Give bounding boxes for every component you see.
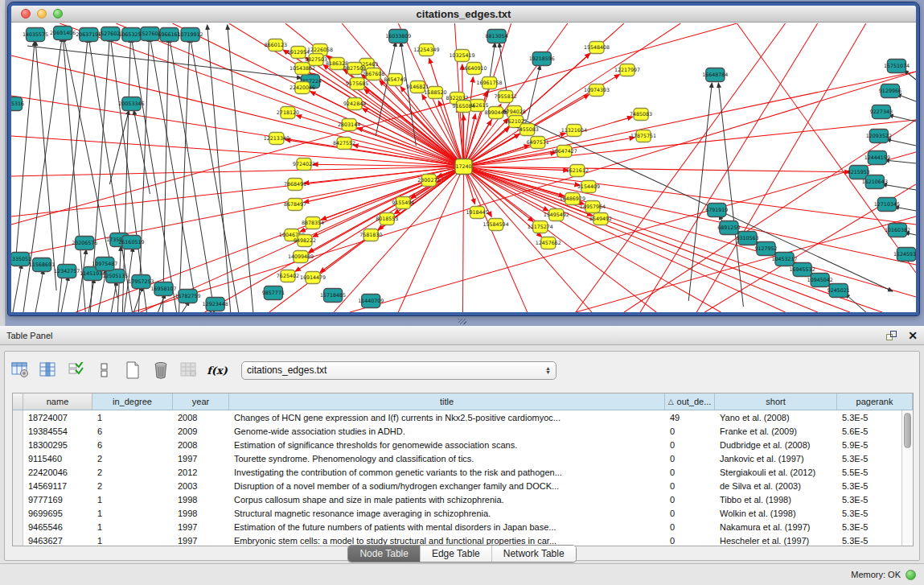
close-panel-icon[interactable]: ✕ xyxy=(908,330,918,341)
table-row[interactable]: 1456911722003Disruption of a novel membe… xyxy=(13,479,913,492)
graph-node[interactable]: 10160382 xyxy=(885,224,910,237)
graph-node[interactable]: 16782759 xyxy=(175,290,201,303)
graph-node[interactable]: 16958107 xyxy=(150,282,176,296)
graph-node[interactable]: 11245935 xyxy=(893,248,916,262)
graph-node[interactable]: 26160519 xyxy=(118,236,144,249)
graph-node[interactable]: 17875751 xyxy=(630,130,656,142)
graph-node[interactable]: 7868491 xyxy=(284,179,306,191)
graph-node[interactable]: 12093522 xyxy=(866,130,892,143)
graph-node[interactable]: 12457662 xyxy=(536,237,561,249)
graph-node[interactable]: 7485083 xyxy=(630,109,652,121)
graph-node[interactable]: 6791919 xyxy=(705,204,728,217)
scrollbar-thumb[interactable] xyxy=(904,413,911,448)
graph-node[interactable]: 12342757 xyxy=(54,265,80,278)
graph-node[interactable]: 1621612 xyxy=(566,165,589,177)
graph-node[interactable]: 7625402 xyxy=(277,270,299,282)
graph-node[interactable]: 12217997 xyxy=(614,64,640,76)
splitter-grip[interactable] xyxy=(458,319,466,324)
graph-node[interactable]: 10945042 xyxy=(807,274,833,287)
graph-node[interactable]: 11440709 xyxy=(358,295,384,308)
graph-node[interactable]: 10975487 xyxy=(92,257,117,271)
graph-node[interactable]: 2718120 xyxy=(277,107,299,119)
graph-node[interactable]: 9129966 xyxy=(879,84,901,98)
table-options-icon[interactable] xyxy=(10,360,31,381)
graph-node[interactable]: 16648784 xyxy=(702,68,728,82)
graph-node[interactable]: 17240 xyxy=(455,159,472,175)
graph-node[interactable]: 2015316 xyxy=(11,97,24,111)
graph-node[interactable]: 9724022 xyxy=(293,159,315,171)
graph-node[interactable]: 6891259 xyxy=(717,221,740,235)
graph-node[interactable]: 20053346 xyxy=(118,97,144,111)
table-row[interactable]: 969969511998Structural magnetic resonanc… xyxy=(13,506,913,520)
network-canvas[interactable]: 1403557520691406206371981527602110653257… xyxy=(11,23,916,312)
graph-node[interactable]: 7955812 xyxy=(495,91,517,103)
graph-node[interactable]: 14957964 xyxy=(580,201,606,213)
row-options-icon[interactable] xyxy=(94,360,115,381)
graph-node[interactable]: 9127952 xyxy=(754,242,777,256)
graph-node[interactable]: 15718485 xyxy=(320,289,346,303)
column-header-year[interactable]: year xyxy=(173,393,229,410)
graph-node[interactable]: 12213349 xyxy=(264,133,290,145)
table-row[interactable]: 1872400712008Changes of HCN gene express… xyxy=(13,410,913,424)
graph-node[interactable]: 7581830 xyxy=(359,229,382,241)
graph-node[interactable]: 12444159 xyxy=(864,151,890,165)
graph-node[interactable]: 15751074 xyxy=(884,60,910,73)
column-header-short[interactable]: short xyxy=(715,393,837,410)
table-row[interactable]: 911546021997Tourette syndrome. Phenomeno… xyxy=(13,451,913,465)
close-window-button[interactable] xyxy=(21,9,31,19)
graph-node[interactable]: 9154409 xyxy=(577,181,600,193)
graph-node[interactable]: 16033809 xyxy=(385,30,411,43)
tab-edge-table[interactable]: Edge Table xyxy=(421,546,492,562)
table-row[interactable]: 1830029562008Estimation of significance … xyxy=(13,438,913,451)
new-table-icon[interactable] xyxy=(122,360,143,381)
tab-node-table[interactable]: Node Table xyxy=(348,546,421,562)
tab-network-table[interactable]: Network Table xyxy=(492,546,576,562)
table-row[interactable]: 2242004622012Investigating the contribut… xyxy=(13,465,913,479)
graph-node[interactable]: 16961758 xyxy=(477,77,503,89)
graph-node[interactable]: 11568691 xyxy=(29,258,55,272)
table-row[interactable]: 977716911998Corpus callosum shape and si… xyxy=(13,492,913,506)
graph-node[interactable]: 12254349 xyxy=(413,44,439,56)
graph-node[interactable]: 10719912 xyxy=(178,28,203,42)
graph-node[interactable]: 16640910 xyxy=(461,63,487,75)
column-header-pagerank[interactable]: pagerank xyxy=(837,393,913,410)
graph-node[interactable]: 9227343 xyxy=(870,105,893,119)
float-panel-icon[interactable] xyxy=(886,331,897,340)
graph-node[interactable]: 8878354 xyxy=(302,217,324,229)
minimize-window-button[interactable] xyxy=(37,9,47,19)
graph-node[interactable]: 10974393 xyxy=(584,84,610,97)
graph-node[interactable]: 14099489 xyxy=(288,251,314,263)
graph-node[interactable]: 16210643 xyxy=(862,175,888,189)
graph-node[interactable]: 15548408 xyxy=(584,42,610,54)
graph-node[interactable]: 8813054 xyxy=(486,30,508,43)
table-scrollbar[interactable] xyxy=(901,410,913,546)
graph-node[interactable]: 19218596 xyxy=(529,52,555,66)
table-selector-dropdown[interactable]: citations_edges.txt ▲▼ xyxy=(241,361,556,380)
table-row[interactable]: 946554611997Estimation of the future num… xyxy=(13,520,913,534)
column-visibility-icon[interactable] xyxy=(38,360,59,381)
graph-node[interactable]: 8660123 xyxy=(265,39,287,51)
table-row[interactable]: 1938455462009Genome-wide association stu… xyxy=(13,424,913,438)
graph-node[interactable]: 12923448 xyxy=(203,298,228,311)
column-header-title[interactable]: title xyxy=(229,393,665,410)
zoom-window-button[interactable] xyxy=(53,9,63,19)
graph-node[interactable]: 8678497 xyxy=(284,199,306,211)
delete-table-icon[interactable] xyxy=(150,360,171,381)
function-builder-icon[interactable]: f(x) xyxy=(207,360,228,381)
memory-status-indicator[interactable] xyxy=(906,570,916,580)
column-header-name[interactable]: name xyxy=(23,393,92,410)
graph-node[interactable]: 9310563 xyxy=(736,232,758,245)
graph-node[interactable]: 20206576 xyxy=(72,237,97,250)
graph-node[interactable]: 16914479 xyxy=(300,272,326,284)
column-header-out_de[interactable]: △out_de... xyxy=(665,393,715,410)
graph-node[interactable]: 8018553 xyxy=(376,213,398,225)
graph-node[interactable]: 14035575 xyxy=(23,28,48,42)
graph-node[interactable]: 20691406 xyxy=(50,27,76,40)
graph-node[interactable]: 12710345 xyxy=(874,198,900,212)
graph-node[interactable]: 9857771 xyxy=(262,286,285,300)
network-window-titlebar[interactable]: citations_edges.txt xyxy=(11,6,916,23)
graph-node[interactable]: 10325419 xyxy=(449,50,474,62)
graph-node[interactable]: 11321604 xyxy=(561,125,587,137)
graph-node[interactable]: 9245021 xyxy=(827,284,850,298)
column-select-icon[interactable] xyxy=(66,360,87,381)
